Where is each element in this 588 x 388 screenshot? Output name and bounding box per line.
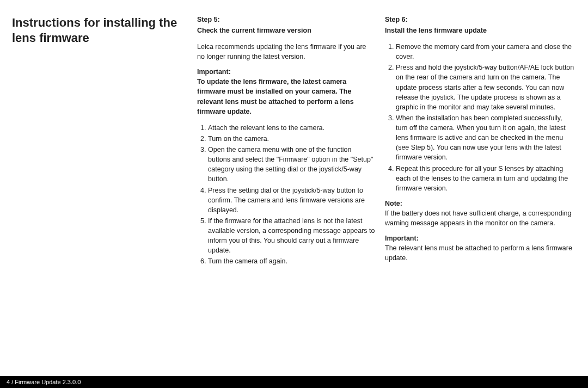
list-item: Repeat this procedure for all your S len… — [396, 164, 575, 193]
column-left: Instructions for installing the lens fir… — [12, 15, 197, 273]
step6-important-text: The relevant lens must be attached to pe… — [385, 243, 575, 263]
step5-label: Step 5: — [197, 15, 375, 25]
page-title: Instructions for installing the lens fir… — [12, 15, 187, 45]
step6-important-label: Important: — [385, 235, 575, 242]
step5-list: Attach the relevant lens to the camera.T… — [197, 123, 375, 267]
page-footer: 4 / Firmware Update 2.3.0.0 — [0, 376, 588, 388]
step6-heading: Install the lens firmware update — [385, 26, 575, 36]
step5-heading: Check the current firmware version — [197, 26, 375, 36]
step5-important-label: Important: — [197, 68, 375, 76]
page-content: Instructions for installing the lens fir… — [0, 0, 588, 273]
list-item: Open the camera menu with one of the fun… — [208, 145, 375, 184]
step5-important-text: To update the lens firmware, the latest … — [197, 77, 375, 116]
column-right: Step 6: Install the lens firmware update… — [385, 15, 575, 273]
list-item: If the firmware for the attached lens is… — [208, 216, 375, 256]
step6-label: Step 6: — [385, 15, 575, 25]
step6-note-label: Note: — [385, 200, 575, 207]
list-item: Remove the memory card from your camera … — [396, 42, 575, 61]
footer-text: 4 / Firmware Update 2.3.0.0 — [7, 379, 81, 385]
column-middle: Step 5: Check the current firmware versi… — [197, 15, 385, 273]
list-item: When the installation has been completed… — [396, 113, 575, 163]
list-item: Turn the camera off again. — [208, 256, 375, 266]
step6-note-text: If the battery does not have sufficient … — [385, 208, 575, 228]
step5-intro: Leica recommends updating the lens firmw… — [197, 42, 375, 61]
list-item: Attach the relevant lens to the camera. — [208, 123, 375, 133]
list-item: Press the setting dial or the joystick/5… — [208, 186, 375, 215]
step6-list: Remove the memory card from your camera … — [385, 42, 575, 193]
list-item: Press and hold the joystick/5-way button… — [396, 63, 575, 112]
list-item: Turn on the camera. — [208, 134, 375, 144]
